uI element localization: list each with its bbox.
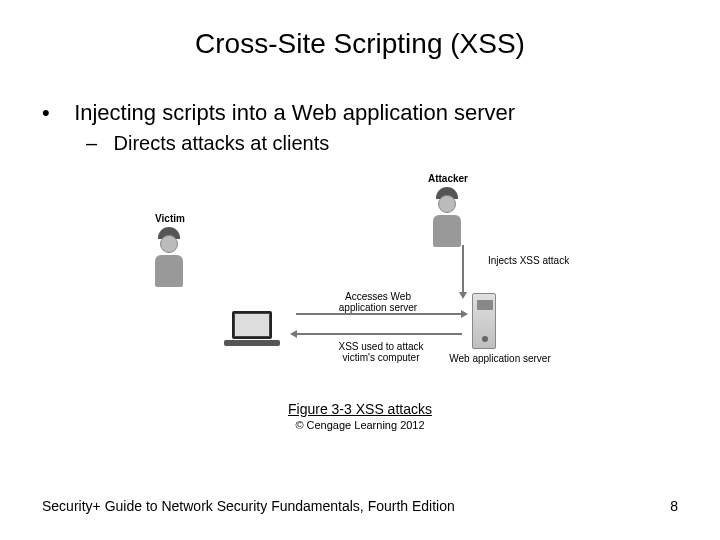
bullet-lvl1-text: Injecting scripts into a Web application…	[74, 100, 515, 125]
slide-title: Cross-Site Scripting (XSS)	[0, 0, 720, 60]
victim-figure	[154, 227, 184, 287]
figure-caption-block: Figure 3-3 XSS attacks © Cengage Learnin…	[42, 401, 678, 431]
sub-bullet-list: Directs attacks at clients	[42, 132, 678, 155]
attacker-figure	[432, 187, 462, 247]
server-icon	[472, 293, 496, 349]
page-number: 8	[670, 498, 678, 514]
footer-book-title: Security+ Guide to Network Security Fund…	[42, 498, 455, 514]
label-victim: Victim	[150, 213, 190, 224]
bullet-lvl2-text: Directs attacks at clients	[114, 132, 330, 154]
arrow-xss-to-victim	[296, 333, 462, 335]
bullet-list: Injecting scripts into a Web application…	[42, 100, 678, 155]
label-injects: Injects XSS attack	[488, 255, 578, 266]
arrow-access-server	[296, 313, 462, 315]
figure-credit: © Cengage Learning 2012	[42, 419, 678, 431]
label-used: XSS used to attack victim's computer	[326, 341, 436, 363]
xss-diagram: Attacker Victim Injects XSS attack A	[140, 173, 580, 393]
figure-caption: Figure 3-3 XSS attacks	[42, 401, 678, 417]
slide: Cross-Site Scripting (XSS) Injecting scr…	[0, 0, 720, 540]
label-server: Web application server	[440, 353, 560, 364]
label-attacker: Attacker	[418, 173, 478, 184]
arrow-attacker-to-server	[462, 245, 464, 293]
laptop-icon	[232, 311, 280, 346]
content-area: Injecting scripts into a Web application…	[0, 60, 720, 431]
bullet-lvl1: Injecting scripts into a Web application…	[42, 100, 678, 155]
bullet-lvl2: Directs attacks at clients	[86, 132, 678, 155]
label-accesses: Accesses Web application server	[328, 291, 428, 313]
